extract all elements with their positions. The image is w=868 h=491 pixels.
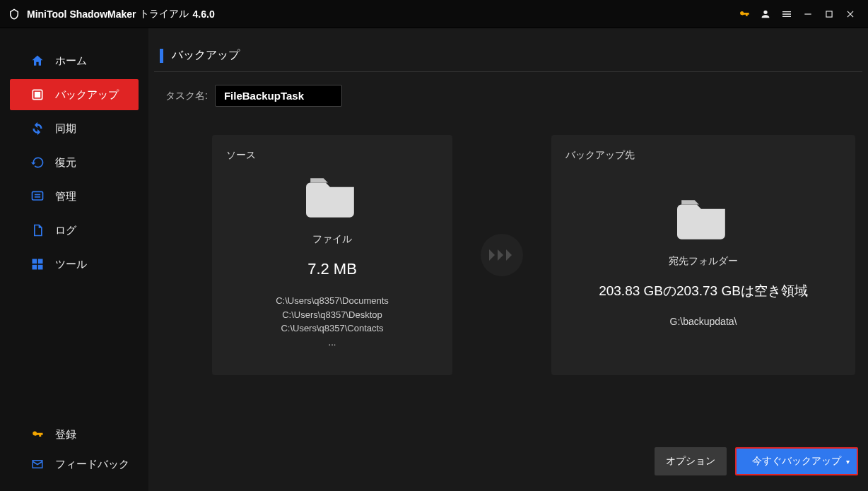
source-type-label: ファイル bbox=[312, 233, 352, 246]
source-path: C:\Users\q8357\Desktop bbox=[276, 308, 389, 322]
version-label: 4.6.0 bbox=[193, 8, 215, 20]
sidebar-feedback[interactable]: フィードバック bbox=[10, 450, 139, 478]
destination-type-label: 宛先フォルダー bbox=[669, 255, 738, 268]
maximize-button[interactable] bbox=[819, 4, 840, 25]
sidebar-item-label: ホーム bbox=[55, 54, 87, 68]
sidebar-item-label: 管理 bbox=[55, 190, 76, 203]
log-icon bbox=[30, 223, 45, 238]
close-button[interactable] bbox=[840, 4, 861, 25]
user-icon[interactable] bbox=[755, 4, 776, 25]
manage-icon bbox=[30, 189, 45, 204]
task-name-label: タスク名: bbox=[165, 90, 208, 102]
sidebar: ホーム バックアップ 同期 復元 bbox=[0, 28, 148, 491]
source-path: C:\Users\q8357\Contacts bbox=[276, 321, 389, 336]
destination-summary: 203.83 GBの203.73 GBは空き領域 bbox=[599, 282, 808, 300]
arrow-icon bbox=[481, 234, 523, 276]
svg-rect-9 bbox=[33, 265, 37, 270]
restore-icon bbox=[30, 155, 45, 170]
menu-icon[interactable] bbox=[776, 4, 797, 25]
header-accent-bar bbox=[160, 49, 163, 63]
source-paths: C:\Users\q8357\Documents C:\Users\q8357\… bbox=[276, 294, 389, 349]
page-header: バックアップ bbox=[154, 28, 862, 72]
title-bar: MiniTool ShadowMaker トライアル 4.6.0 bbox=[0, 0, 868, 28]
key-icon[interactable] bbox=[734, 4, 755, 25]
svg-rect-0 bbox=[804, 13, 811, 14]
app-name: MiniTool ShadowMaker bbox=[27, 8, 136, 20]
sidebar-item-label: 復元 bbox=[55, 156, 76, 170]
nav: ホーム バックアップ 同期 復元 bbox=[0, 45, 148, 420]
sidebar-item-home[interactable]: ホーム bbox=[10, 45, 139, 76]
key-icon bbox=[30, 427, 45, 442]
task-name-input[interactable] bbox=[215, 85, 342, 107]
svg-rect-5 bbox=[35, 194, 40, 196]
source-title: ソース bbox=[226, 149, 438, 162]
sidebar-register[interactable]: 登録 bbox=[10, 420, 139, 449]
sidebar-feedback-label: フィードバック bbox=[55, 458, 129, 471]
content: バックアップ タスク名: ソース ファイル 7.2 MB C:\Users\q8… bbox=[148, 28, 868, 491]
sync-icon bbox=[30, 121, 45, 136]
mail-icon bbox=[30, 456, 45, 472]
trial-label: トライアル bbox=[139, 8, 189, 20]
options-button-label: オプション bbox=[666, 455, 715, 468]
svg-rect-6 bbox=[35, 196, 40, 198]
source-size: 7.2 MB bbox=[307, 260, 357, 278]
task-row: タスク名: bbox=[165, 85, 862, 107]
folder-icon bbox=[677, 196, 729, 242]
source-card[interactable]: ソース ファイル 7.2 MB C:\Users\q8357\Documents… bbox=[212, 135, 452, 375]
sidebar-item-manage[interactable]: 管理 bbox=[10, 181, 139, 212]
sidebar-item-restore[interactable]: 復元 bbox=[10, 147, 139, 178]
destination-title: バックアップ先 bbox=[565, 149, 841, 162]
minimize-button[interactable] bbox=[797, 4, 819, 25]
sidebar-item-tools[interactable]: ツール bbox=[10, 249, 139, 280]
svg-rect-7 bbox=[33, 259, 37, 264]
tools-icon bbox=[30, 256, 45, 272]
app-logo-icon bbox=[7, 7, 21, 21]
page-title: バックアップ bbox=[172, 48, 240, 63]
destination-path: G:\backupdata\ bbox=[670, 316, 737, 327]
chevron-down-icon: ▾ bbox=[846, 458, 850, 466]
sidebar-register-label: 登録 bbox=[55, 428, 76, 442]
sidebar-item-label: 同期 bbox=[55, 122, 76, 136]
svg-rect-1 bbox=[826, 11, 832, 16]
sidebar-item-label: バックアップ bbox=[55, 88, 119, 102]
source-path-ellipsis: ... bbox=[276, 336, 389, 350]
backup-icon bbox=[30, 87, 45, 102]
svg-rect-4 bbox=[33, 191, 43, 200]
sidebar-item-backup[interactable]: バックアップ bbox=[10, 79, 139, 110]
folder-icon bbox=[306, 174, 358, 220]
source-path: C:\Users\q8357\Documents bbox=[276, 294, 389, 308]
sidebar-item-log[interactable]: ログ bbox=[10, 215, 139, 246]
home-icon bbox=[30, 53, 45, 69]
backup-now-label: 今すぐバックアップ bbox=[752, 455, 841, 468]
svg-rect-10 bbox=[38, 265, 43, 270]
footer-buttons: オプション 今すぐバックアップ ▾ bbox=[655, 447, 858, 475]
sidebar-item-sync[interactable]: 同期 bbox=[10, 113, 139, 144]
options-button[interactable]: オプション bbox=[655, 447, 727, 475]
sidebar-item-label: ツール bbox=[55, 258, 87, 271]
backup-now-button[interactable]: 今すぐバックアップ ▾ bbox=[735, 447, 858, 475]
svg-rect-3 bbox=[35, 92, 40, 97]
sidebar-item-label: ログ bbox=[55, 224, 76, 237]
svg-rect-8 bbox=[38, 259, 43, 264]
destination-card[interactable]: バックアップ先 宛先フォルダー 203.83 GBの203.73 GBは空き領域… bbox=[551, 135, 855, 375]
